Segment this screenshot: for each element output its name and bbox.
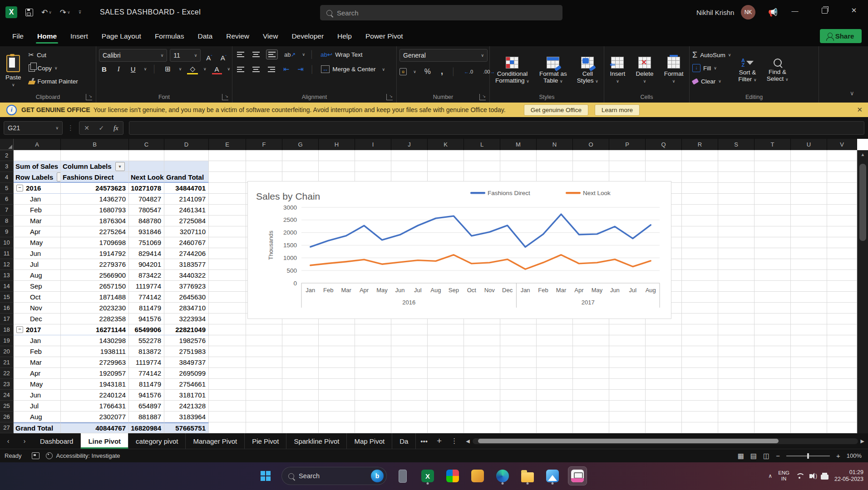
snipping-tool-icon[interactable]: [568, 467, 587, 485]
grid-cell[interactable]: [355, 324, 391, 335]
ribbon-tab-developer[interactable]: Developer: [286, 28, 330, 44]
align-middle-icon[interactable]: [251, 50, 261, 59]
find-select-button[interactable]: Find &Select ∨: [764, 49, 791, 93]
paste-button[interactable]: Paste∨: [3, 49, 24, 93]
column-header-V[interactable]: V: [827, 139, 857, 150]
grid-cell[interactable]: [573, 379, 609, 390]
grid-cell[interactable]: [827, 324, 857, 335]
grid-cell[interactable]: [391, 422, 428, 433]
grid-cell[interactable]: 2744206: [164, 248, 209, 259]
grid-cell[interactable]: Feb: [14, 346, 61, 357]
formula-input[interactable]: [129, 121, 864, 135]
format-cells-button[interactable]: Format∨: [661, 49, 686, 93]
grid-cell[interactable]: [282, 379, 319, 390]
grid-cell[interactable]: 813872: [129, 346, 164, 357]
grid-cell[interactable]: [282, 401, 319, 412]
grid-cell[interactable]: [718, 324, 755, 335]
grid-cell[interactable]: [646, 357, 682, 368]
grid-cell[interactable]: 941576: [129, 390, 164, 401]
grid-cell[interactable]: 2460767: [164, 237, 209, 248]
grid-cell[interactable]: [355, 357, 391, 368]
grid-cell[interactable]: [464, 379, 500, 390]
grid-cell[interactable]: [791, 226, 827, 237]
ribbon-tab-home[interactable]: Home: [31, 28, 63, 44]
grid-cell[interactable]: [827, 259, 857, 270]
grid-cell[interactable]: [573, 150, 609, 161]
restore-button[interactable]: [814, 0, 835, 21]
grid-cell[interactable]: [500, 161, 537, 172]
grid-cell[interactable]: [755, 335, 791, 346]
grid-cell[interactable]: [209, 314, 246, 324]
grid-cell[interactable]: [827, 205, 857, 216]
grid-cell[interactable]: [537, 390, 573, 401]
row-header-11[interactable]: 11: [0, 248, 14, 259]
grid-cell[interactable]: [791, 183, 827, 194]
grid-cell[interactable]: [428, 422, 464, 433]
grid-cell[interactable]: [755, 150, 791, 161]
grid-cell[interactable]: [646, 422, 682, 433]
grid-cell[interactable]: Nov: [14, 303, 61, 314]
grid-cell[interactable]: [209, 357, 246, 368]
increase-decimal-icon[interactable]: ←.0: [462, 67, 475, 76]
macro-record-icon[interactable]: [32, 452, 39, 459]
column-header-R[interactable]: R: [682, 139, 718, 150]
collapse-ribbon-icon[interactable]: ∨: [850, 90, 854, 97]
column-header-K[interactable]: K: [428, 139, 464, 150]
grid-cell[interactable]: [209, 324, 246, 335]
clock[interactable]: 01:29 22-05-2023: [834, 469, 863, 483]
page-layout-view-icon[interactable]: ▤: [750, 452, 757, 460]
grid-cell[interactable]: 1938111: [61, 346, 129, 357]
grid-cell[interactable]: 2751983: [164, 346, 209, 357]
grid-cell[interactable]: [791, 390, 827, 401]
grid-cell[interactable]: [282, 335, 319, 346]
collapse-icon[interactable]: −: [16, 326, 23, 333]
horizontal-scroll-thumb[interactable]: [478, 439, 779, 443]
grid-cell[interactable]: [464, 357, 500, 368]
grid-cell[interactable]: 3849737: [164, 357, 209, 368]
grid-cell[interactable]: [573, 346, 609, 357]
grid-cell[interactable]: [827, 401, 857, 412]
grid-cell[interactable]: [791, 401, 827, 412]
grid-cell[interactable]: 2421328: [164, 401, 209, 412]
row-header-19[interactable]: 19: [0, 335, 14, 346]
grid-cell[interactable]: [500, 346, 537, 357]
align-right-icon[interactable]: [266, 65, 277, 74]
scroll-left-icon[interactable]: ◀: [466, 438, 469, 444]
save-icon[interactable]: [25, 9, 33, 16]
enter-formula-icon[interactable]: ✓: [99, 124, 104, 132]
grid-cell[interactable]: [282, 357, 319, 368]
grid-cell[interactable]: [246, 412, 282, 422]
grid-cell[interactable]: [209, 335, 246, 346]
percent-icon[interactable]: %: [423, 66, 433, 78]
language-indicator[interactable]: ENGIN: [778, 470, 789, 482]
grid-cell[interactable]: [827, 390, 857, 401]
grid-cell[interactable]: [682, 390, 718, 401]
column-header-M[interactable]: M: [500, 139, 537, 150]
tab-options-icon[interactable]: ⋮: [446, 433, 462, 449]
grid-cell[interactable]: [246, 357, 282, 368]
grid-cell[interactable]: [718, 248, 755, 259]
grid-cell[interactable]: [755, 248, 791, 259]
grid-cell[interactable]: [282, 390, 319, 401]
grid-cell[interactable]: [791, 357, 827, 368]
grid-cell[interactable]: [609, 346, 646, 357]
increase-indent-icon[interactable]: ⇥: [296, 63, 305, 75]
grid-cell[interactable]: [500, 368, 537, 379]
grid-cell[interactable]: [646, 368, 682, 379]
grid-cell[interactable]: [682, 161, 718, 172]
sort-filter-button[interactable]: AZ Sort &Filter ∨: [735, 49, 759, 93]
grid-cell[interactable]: [682, 183, 718, 194]
grid-cell[interactable]: [464, 161, 500, 172]
grid-cell[interactable]: 1436270: [61, 194, 129, 205]
column-header-A[interactable]: A: [14, 139, 61, 150]
font-size-select[interactable]: 11∨: [170, 49, 201, 62]
grid-cell[interactable]: [428, 161, 464, 172]
merge-center-button[interactable]: ↔ Merge & Center: [319, 64, 378, 75]
font-dialog-launcher[interactable]: ↘: [222, 94, 228, 100]
grid-cell[interactable]: 2240124: [61, 390, 129, 401]
grid-cell[interactable]: 2657150: [61, 281, 129, 292]
grid-cell[interactable]: [791, 303, 827, 314]
increase-font-icon[interactable]: Aˆ: [203, 49, 215, 62]
bing-icon[interactable]: b: [371, 470, 384, 482]
column-header-S[interactable]: S: [718, 139, 755, 150]
